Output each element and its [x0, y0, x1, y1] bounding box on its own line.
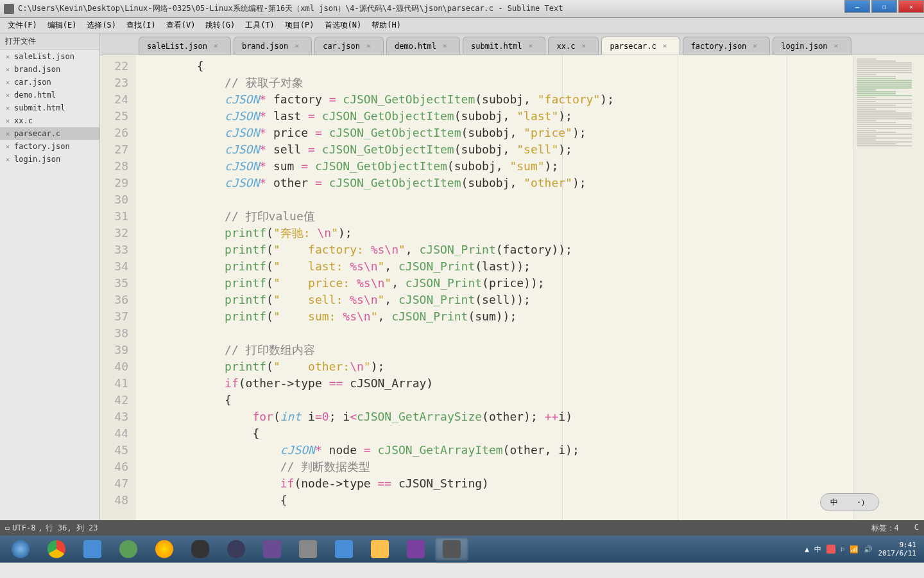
sidebar-file-item[interactable]: ×demo.html [0, 89, 99, 101]
tray-icon-3[interactable] [826, 545, 835, 554]
editor-tab[interactable]: saleList.json× [139, 37, 231, 55]
menu-item[interactable]: 编辑(E) [42, 19, 82, 32]
code-line[interactable]: printf(" last: %s\n", cJSON_Print(last))… [141, 258, 853, 275]
code-editor[interactable]: 2223242526272829303132333435363738394041… [100, 55, 924, 520]
close-icon[interactable]: × [528, 42, 537, 50]
menu-item[interactable]: 查看(V) [161, 19, 201, 32]
sidebar-file-item[interactable]: ×login.json [0, 153, 99, 166]
sidebar-file-item[interactable]: ×xx.c [0, 114, 99, 127]
tray-icon-4[interactable]: ⚐ [841, 545, 845, 554]
close-icon[interactable]: × [834, 42, 843, 50]
editor-tab[interactable]: xx.c× [548, 37, 599, 55]
sidebar-file-item[interactable]: ×brand.json [0, 63, 99, 76]
code-line[interactable]: // 判断数据类型 [141, 459, 853, 475]
tray-network-icon[interactable]: 📶 [850, 545, 859, 554]
menu-item[interactable]: 选择(S) [81, 19, 121, 32]
close-icon[interactable]: × [295, 42, 304, 50]
minimap[interactable] [853, 55, 924, 520]
code-line[interactable]: printf(" price: %s\n", cJSON_Print(price… [141, 275, 853, 292]
taskbar-app2[interactable] [112, 538, 145, 561]
sidebar-file-item[interactable]: ×parsecar.c [0, 127, 99, 140]
taskbar-app4[interactable] [291, 538, 325, 561]
menu-item[interactable]: 首选项(N) [320, 19, 367, 32]
code-line[interactable]: cJSON* factory = cJSON_GetObjectItem(sub… [141, 91, 853, 108]
editor-tab[interactable]: login.json× [773, 37, 851, 55]
start-button[interactable] [4, 538, 37, 561]
menu-item[interactable]: 工具(T) [240, 19, 280, 32]
code-line[interactable]: cJSON* sell = cJSON_GetObjectItem(subobj… [141, 141, 853, 158]
editor-tab[interactable]: submit.html× [463, 37, 545, 55]
close-icon[interactable]: × [366, 42, 375, 50]
close-icon[interactable]: × [4, 53, 12, 61]
editor-tab[interactable]: factory.json× [683, 37, 771, 55]
close-icon[interactable]: × [4, 66, 12, 74]
code-line[interactable]: cJSON* price = cJSON_GetObjectItem(subob… [141, 125, 853, 141]
code-line[interactable]: { [141, 58, 853, 74]
code-line[interactable]: // 打印数组内容 [141, 342, 853, 358]
editor-tab[interactable]: demo.html× [386, 37, 460, 55]
code-line[interactable]: // 获取子对象 [141, 74, 853, 91]
editor-tab[interactable]: parsecar.c× [601, 37, 680, 55]
code-line[interactable]: printf(" sell: %s\n", cJSON_Print(sell))… [141, 292, 853, 308]
taskbar-onenote[interactable] [399, 538, 432, 561]
taskbar-qq[interactable] [184, 538, 217, 561]
close-icon[interactable]: × [4, 130, 12, 138]
taskbar-vmware[interactable] [327, 538, 361, 561]
taskbar-app1[interactable] [76, 538, 109, 561]
taskbar-vs[interactable] [255, 538, 289, 561]
code-line[interactable]: cJSON* node = cJSON_GetArrayItem(other, … [141, 442, 853, 459]
close-icon[interactable]: × [443, 42, 452, 50]
code-line[interactable]: printf(" factory: %s\n", cJSON_Print(fac… [141, 241, 853, 258]
close-icon[interactable]: × [214, 42, 223, 50]
status-language[interactable]: C [914, 523, 919, 534]
menu-item[interactable]: 帮助(H) [366, 19, 406, 32]
editor-tab[interactable]: brand.json× [234, 37, 312, 55]
code-line[interactable]: { [141, 392, 853, 408]
close-icon[interactable]: × [4, 91, 12, 100]
code-line[interactable]: cJSON* other = cJSON_GetObjectItem(subob… [141, 175, 853, 191]
close-icon[interactable]: × [4, 143, 12, 151]
code-line[interactable]: cJSON* sum = cJSON_GetObjectItem(subobj,… [141, 158, 853, 175]
close-icon[interactable]: × [4, 155, 12, 164]
code-line[interactable]: { [141, 425, 853, 442]
code-line[interactable]: if(other->type == cJSON_Array) [141, 375, 853, 392]
taskbar-app3[interactable] [148, 538, 181, 561]
close-icon[interactable]: × [581, 42, 590, 50]
taskbar-eclipse[interactable] [219, 538, 253, 561]
code-line[interactable]: // 打印value值 [141, 208, 853, 225]
ime-mode[interactable]: 中 [830, 497, 838, 508]
ime-punct[interactable]: ·） [857, 497, 869, 508]
sidebar-file-item[interactable]: ×factory.json [0, 140, 99, 153]
close-icon[interactable]: × [4, 104, 12, 112]
close-icon[interactable]: × [4, 117, 12, 125]
taskbar-chrome[interactable] [40, 538, 73, 561]
editor-tab[interactable]: car.json× [314, 37, 384, 55]
maximize-button[interactable]: ❐ [871, 0, 897, 13]
sidebar-file-item[interactable]: ×saleList.json [0, 50, 99, 63]
close-button[interactable]: ✕ [898, 0, 924, 13]
sidebar-file-item[interactable]: ×submit.html [0, 101, 99, 114]
tray-volume-icon[interactable]: 🔊 [864, 545, 873, 554]
status-encoding[interactable]: UTF-8 [12, 523, 35, 532]
close-icon[interactable]: × [4, 78, 12, 87]
ime-bar[interactable]: 中 ·） [820, 493, 879, 511]
code-line[interactable]: cJSON* last = cJSON_GetObjectItem(subobj… [141, 108, 853, 125]
tray-icon[interactable]: ▲ [805, 545, 809, 554]
taskbar-explorer[interactable] [363, 538, 397, 561]
code-line[interactable] [141, 325, 853, 342]
tray-clock[interactable]: 9:41 2017/6/11 [878, 541, 916, 557]
taskbar-sublime[interactable] [435, 538, 468, 561]
code-line[interactable]: printf(" sum: %s\n", cJSON_Print(sum)); [141, 308, 853, 325]
code-line[interactable] [141, 191, 853, 208]
code-line[interactable]: for(int i=0; i<cJSON_GetArraySize(other)… [141, 408, 853, 425]
menu-item[interactable]: 文件(F) [3, 19, 42, 32]
close-icon[interactable]: × [663, 42, 672, 50]
menu-item[interactable]: 项目(P) [280, 19, 320, 32]
code-line[interactable]: { [141, 492, 853, 509]
status-tabs[interactable]: 标签：4 [871, 523, 899, 534]
close-icon[interactable]: × [753, 42, 762, 50]
menu-item[interactable]: 查找(I) [121, 19, 161, 32]
tray-icon-2[interactable]: 中 [814, 545, 821, 554]
code-content[interactable]: { // 获取子对象 cJSON* factory = cJSON_GetObj… [136, 55, 853, 520]
code-line[interactable]: if(node->type == cJSON_String) [141, 475, 853, 492]
